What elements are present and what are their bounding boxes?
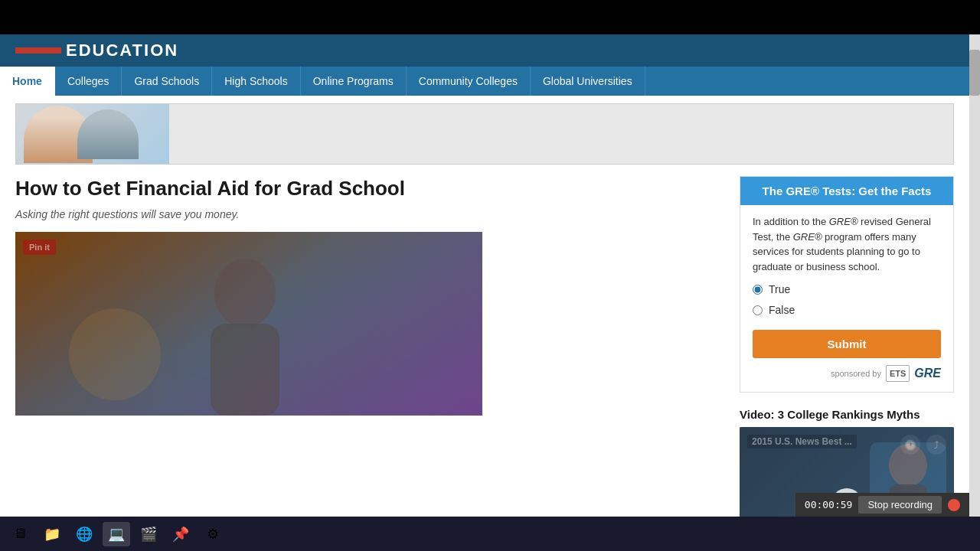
nav-item-home[interactable]: Home	[0, 67, 55, 96]
taskbar-item-1[interactable]: 📁	[38, 522, 66, 546]
nav-item-high-schools[interactable]: High Schools	[212, 67, 301, 96]
main-column: How to Get Financial Aid for Grad School…	[15, 176, 724, 517]
submit-button[interactable]: Submit	[753, 330, 941, 358]
article-title: How to Get Financial Aid for Grad School	[15, 176, 724, 202]
ad-banner[interactable]	[15, 103, 954, 165]
nav-item-colleges[interactable]: Colleges	[55, 67, 122, 96]
sponsored-line: sponsored by ETS GRE	[753, 364, 941, 383]
taskbar-item-6[interactable]: ⚙	[199, 522, 227, 546]
navigation-bar: Home Colleges Grad Schools High Schools …	[0, 67, 969, 96]
recording-timer: 00:00:59	[805, 499, 853, 510]
taskbar-item-2[interactable]: 🌐	[70, 522, 98, 546]
sidebar-column: The GRE® Tests: Get the Facts In additio…	[740, 176, 954, 517]
svg-point-3	[69, 308, 161, 400]
radio-true-input[interactable]	[753, 285, 763, 295]
gre-widget-header: The GRE® Tests: Get the Facts	[740, 177, 953, 205]
gre-brand-logo: GRE	[914, 364, 941, 383]
article-image-silhouette	[15, 232, 482, 416]
taskbar: 🖥 📁 🌐 💻 🎬 📌 ⚙	[0, 517, 980, 551]
gre-widget: The GRE® Tests: Get the Facts In additio…	[740, 176, 954, 393]
article-subtitle: Asking the right questions will save you…	[15, 208, 724, 220]
logo-area: EDUCATION	[15, 41, 178, 60]
radio-false-option[interactable]: False	[753, 302, 941, 318]
stop-recording-button[interactable]: Stop recording	[858, 496, 942, 514]
ad-silhouette-2	[77, 109, 139, 159]
video-title: Video: 3 College Rankings Myths	[740, 408, 954, 421]
recording-indicator: 00:00:59 Stop recording	[795, 493, 969, 517]
taskbar-item-4[interactable]: 🎬	[135, 522, 162, 546]
svg-point-1	[214, 259, 276, 328]
black-top-bar	[0, 0, 980, 34]
radio-true-label: True	[769, 282, 790, 298]
gre-body-text: In addition to the GRE® revised General …	[753, 214, 941, 274]
scrollbar-thumb[interactable]	[969, 50, 980, 96]
content-wrapper: How to Get Financial Aid for Grad School…	[0, 176, 969, 517]
ets-logo: ETS	[886, 365, 910, 383]
taskbar-item-3[interactable]: 💻	[103, 522, 130, 546]
scrollbar[interactable]	[969, 34, 980, 517]
ad-banner-image	[16, 103, 169, 165]
site-header: EDUCATION	[0, 34, 969, 67]
nav-item-global-universities[interactable]: Global Universities	[531, 67, 645, 96]
taskbar-item-5[interactable]: 📌	[167, 522, 194, 546]
page-content: EDUCATION Home Colleges Grad Schools Hig…	[0, 34, 969, 517]
recording-dot	[948, 499, 960, 511]
nav-item-online-programs[interactable]: Online Programs	[301, 67, 407, 96]
nav-item-grad-schools[interactable]: Grad Schools	[122, 67, 212, 96]
gre-widget-body: In addition to the GRE® revised General …	[740, 205, 953, 392]
radio-false-label: False	[769, 302, 795, 318]
radio-group: True False	[753, 282, 941, 318]
taskbar-item-0[interactable]: 🖥	[6, 522, 34, 546]
svg-point-6	[889, 444, 927, 487]
logo-text: EDUCATION	[66, 41, 178, 60]
radio-true-option[interactable]: True	[753, 282, 941, 298]
browser-window: EDUCATION Home Colleges Grad Schools Hig…	[0, 34, 980, 517]
logo-red-bar	[15, 47, 61, 54]
radio-false-input[interactable]	[753, 305, 763, 315]
sponsored-text: sponsored by	[831, 367, 881, 380]
nav-item-community-colleges[interactable]: Community Colleges	[407, 67, 531, 96]
svg-rect-2	[211, 324, 279, 416]
article-image: Pin it	[15, 232, 482, 416]
